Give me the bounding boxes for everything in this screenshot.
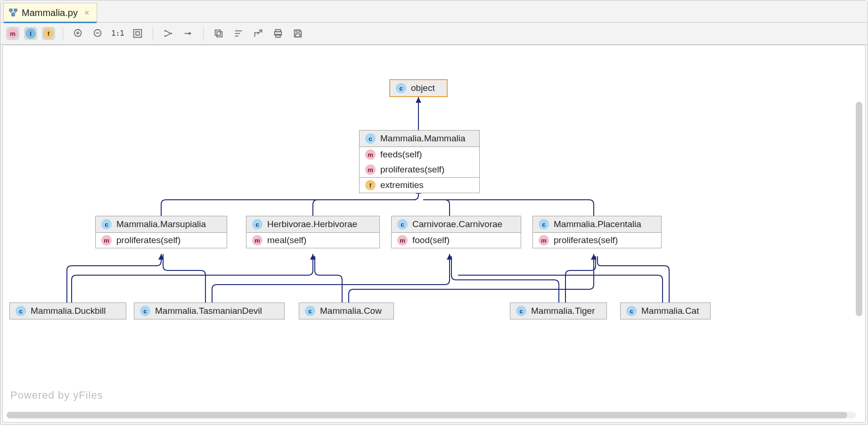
svg-rect-2 xyxy=(12,14,15,16)
method-icon: m xyxy=(365,149,376,160)
member-label: feeds(self) xyxy=(380,149,422,160)
tab-label: Mammalia.py xyxy=(22,8,78,18)
svg-rect-9 xyxy=(136,32,139,35)
class-title: Carnivorae.Carnivorae xyxy=(412,219,502,229)
class-node-cow[interactable]: cMammalia.Cow xyxy=(299,302,394,319)
svg-point-10 xyxy=(164,30,166,32)
member-label: proliferates(self) xyxy=(380,164,444,175)
filter-methods-button[interactable]: m xyxy=(6,27,19,40)
filter-fields-button[interactable]: f xyxy=(42,27,55,40)
svg-rect-13 xyxy=(217,32,222,37)
zoom-in-button[interactable] xyxy=(71,26,86,41)
class-title: object xyxy=(411,83,435,93)
method-icon: m xyxy=(365,164,376,175)
class-title: Mammalia.Tiger xyxy=(531,306,595,316)
member-label: proliferates(self) xyxy=(554,235,618,245)
field-icon: f xyxy=(365,180,376,190)
class-title: Mammalia.Mammalia xyxy=(380,133,466,144)
zoom-actual-button[interactable]: 1:1 xyxy=(110,26,125,41)
diagram-canvas[interactable]: c object c Mammalia.Mammalia mfeeds(self… xyxy=(2,45,866,423)
class-node-placentalia[interactable]: cMammalia.Placentalia mproliferates(self… xyxy=(532,216,662,248)
class-node-cat[interactable]: cMammalia.Cat xyxy=(620,302,711,319)
horizontal-scrollbar[interactable] xyxy=(7,412,856,418)
layout-button[interactable] xyxy=(161,26,176,41)
method-badge-icon: m xyxy=(8,28,18,39)
app-frame: Mammalia.py × m I f 1:1 xyxy=(0,0,868,425)
toolbar-separator xyxy=(153,27,153,40)
class-icon: c xyxy=(305,306,315,316)
member-label: extremities xyxy=(380,180,424,190)
toolbar-separator xyxy=(203,27,204,40)
field-badge-icon: f xyxy=(43,28,54,39)
svg-point-12 xyxy=(171,33,172,34)
svg-rect-21 xyxy=(295,34,300,37)
member-label: proliferates(self) xyxy=(116,235,180,245)
tab-bar: Mammalia.py × xyxy=(0,0,868,23)
close-icon[interactable]: × xyxy=(84,8,90,18)
vertical-scrollbar[interactable] xyxy=(856,102,862,408)
class-icon: c xyxy=(626,306,637,316)
list-button[interactable] xyxy=(231,26,246,41)
class-icon: c xyxy=(252,219,262,229)
class-node-marsupialia[interactable]: cMammalia.Marsupialia mproliferates(self… xyxy=(95,216,227,248)
class-node-object[interactable]: c object xyxy=(389,79,448,97)
class-icon: c xyxy=(16,306,26,316)
class-title: Mammalia.TasmanianDevil xyxy=(155,306,262,316)
scroll-thumb[interactable] xyxy=(7,412,847,418)
svg-rect-22 xyxy=(296,30,299,33)
svg-rect-0 xyxy=(9,9,12,11)
svg-point-11 xyxy=(164,35,166,37)
save-button[interactable] xyxy=(290,26,305,41)
class-icon: c xyxy=(101,219,112,229)
class-icon: c xyxy=(396,83,406,93)
method-icon: m xyxy=(101,235,112,245)
route-edges-button[interactable] xyxy=(180,26,196,41)
class-icon: c xyxy=(365,133,376,144)
member-label: food(self) xyxy=(412,235,450,245)
class-icon: c xyxy=(516,306,526,316)
copy-button[interactable] xyxy=(211,26,226,41)
class-title: Mammalia.Marsupialia xyxy=(116,219,206,229)
initializer-badge-icon: I xyxy=(25,28,36,39)
toolbar: m I f 1:1 xyxy=(0,23,868,45)
svg-rect-8 xyxy=(134,30,142,38)
svg-rect-1 xyxy=(14,9,17,11)
scroll-thumb[interactable] xyxy=(856,102,862,316)
tab-mammalia[interactable]: Mammalia.py × xyxy=(3,3,97,22)
svg-rect-14 xyxy=(215,30,221,35)
method-icon: m xyxy=(397,235,408,245)
class-title: Mammalia.Placentalia xyxy=(554,219,641,229)
watermark-text: Powered by yFiles xyxy=(10,389,103,401)
class-icon: c xyxy=(140,306,150,316)
class-title: Mammalia.Cat xyxy=(641,306,699,316)
class-node-herbivorae[interactable]: cHerbivorae.Herbivorae mmeal(self) xyxy=(246,216,380,248)
fit-content-button[interactable] xyxy=(130,26,145,41)
class-node-duckbill[interactable]: cMammalia.Duckbill xyxy=(9,302,126,319)
class-node-carnivorae[interactable]: cCarnivorae.Carnivorae mfood(self) xyxy=(391,216,521,248)
diagram-file-icon xyxy=(8,8,18,17)
member-label: meal(self) xyxy=(267,235,306,245)
class-node-mammalia[interactable]: c Mammalia.Mammalia mfeeds(self) mprolif… xyxy=(359,130,480,193)
print-button[interactable] xyxy=(270,26,286,41)
class-title: Mammalia.Cow xyxy=(320,306,382,316)
class-node-tiger[interactable]: cMammalia.Tiger xyxy=(510,302,607,319)
export-button[interactable] xyxy=(251,26,266,41)
class-title: Herbivorae.Herbivorae xyxy=(267,219,357,229)
class-title: Mammalia.Duckbill xyxy=(31,306,106,316)
method-icon: m xyxy=(252,235,262,245)
method-icon: m xyxy=(539,235,549,245)
class-node-tasmanian-devil[interactable]: cMammalia.TasmanianDevil xyxy=(134,302,285,319)
zoom-out-button[interactable] xyxy=(90,26,106,41)
toolbar-separator xyxy=(63,27,63,40)
filter-initializers-button[interactable]: I xyxy=(24,27,37,40)
class-icon: c xyxy=(539,219,549,229)
class-icon: c xyxy=(397,219,408,229)
